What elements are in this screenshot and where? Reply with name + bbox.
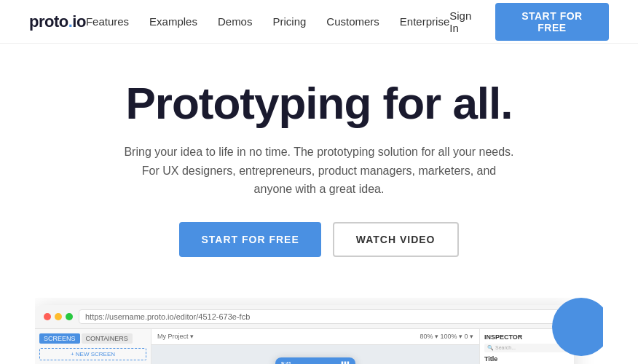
panel-search[interactable]: 🔍 Search... [484,344,570,352]
window-controls [44,313,73,320]
panel-search-text: Search... [495,345,516,350]
mobile-time: 9:41 [281,361,291,364]
panel-search-icon: 🔍 [487,345,494,351]
mobile-frame: 9:41 ▮▮▮ Title 🔍 Search ⛰ [275,357,355,364]
nav-features[interactable]: Features [86,15,129,28]
project-name[interactable]: My Project ▾ [157,333,194,340]
nav-pricing[interactable]: Pricing [272,15,306,28]
start-free-button[interactable]: START FOR FREE [179,222,320,257]
minimize-dot [55,313,62,320]
sidebar-tabs: SCREENS CONTAINERS [39,333,146,344]
containers-tab[interactable]: CONTAINERS [82,333,133,344]
window-bar: https://username.proto.io/editor/4512-67… [35,305,574,329]
maximize-dot [66,313,73,320]
nav-start-free-button[interactable]: START FOR FREE [495,3,609,41]
zoom-level: 80% ▾ 100% ▾ 0 ▾ [420,333,473,340]
nav-links: Features Examples Demos Pricing Customer… [86,15,449,28]
app-window: https://username.proto.io/editor/4512-67… [35,305,574,364]
sign-in-link[interactable]: Sign In [449,9,481,34]
screens-tab[interactable]: SCREENS [39,333,80,344]
watch-video-button[interactable]: WATCH VIDEO [333,222,459,257]
mobile-signal-icon: ▮▮▮ [341,360,350,364]
panel-inspector-label: Title [484,355,570,363]
app-preview: https://username.proto.io/editor/4512-67… [35,298,603,364]
nav-enterprise[interactable]: Enterprise [400,15,449,28]
mobile-status-bar: 9:41 ▮▮▮ [275,357,355,364]
nav-examples[interactable]: Examples [149,15,197,28]
hero-buttons: START FOR FREE WATCH VIDEO [29,222,609,257]
nav-customers[interactable]: Customers [326,15,379,28]
blue-circle-accent [552,298,603,356]
url-bar: https://username.proto.io/editor/4512-67… [79,309,565,324]
app-inner: SCREENS CONTAINERS + NEW SCREEN Screen 1… [35,329,574,364]
add-screen-button[interactable]: + NEW SCREEN [39,348,146,360]
logo-text: proto.io [29,12,86,31]
navigation: proto.io Features Examples Demos Pricing… [0,0,638,44]
canvas-area: My Project ▾ 80% ▾ 100% ▾ 0 ▾ 9:41 ▮▮▮ T… [151,329,479,364]
hero-subtitle: Bring your idea to life in no time. The … [122,143,516,199]
nav-right: Sign In START FOR FREE [449,3,609,41]
nav-demos[interactable]: Demos [218,15,253,28]
logo[interactable]: proto.io [29,12,86,31]
hero-section: Prototyping for all. Bring your idea to … [0,44,638,298]
url-text: https://username.proto.io/editor/4512-67… [85,312,250,321]
canvas-toolbar: My Project ▾ 80% ▾ 100% ▾ 0 ▾ [151,329,479,345]
close-dot [44,313,51,320]
hero-title: Prototyping for all. [29,79,609,128]
sidebar-screens: SCREENS CONTAINERS + NEW SCREEN Screen 1… [35,329,151,364]
